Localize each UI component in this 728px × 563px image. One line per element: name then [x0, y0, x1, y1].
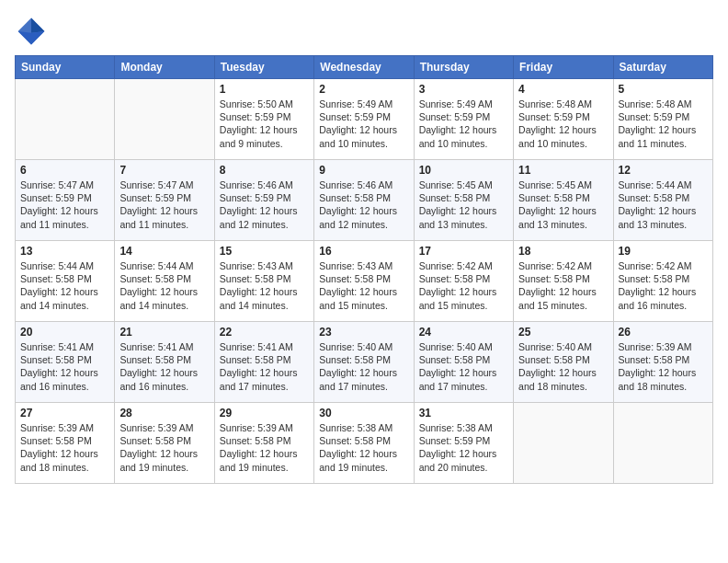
day-info: Sunrise: 5:38 AMSunset: 5:59 PMDaylight:… — [419, 421, 508, 474]
week-row-1: 1Sunrise: 5:50 AMSunset: 5:59 PMDaylight… — [16, 79, 713, 160]
day-number: 29 — [220, 407, 309, 419]
day-info: Sunrise: 5:40 AMSunset: 5:58 PMDaylight:… — [319, 340, 408, 393]
calendar-table: SundayMondayTuesdayWednesdayThursdayFrid… — [15, 55, 713, 484]
day-cell: 6Sunrise: 5:47 AMSunset: 5:59 PMDaylight… — [16, 160, 115, 241]
day-info: Sunrise: 5:47 AMSunset: 5:59 PMDaylight:… — [119, 178, 209, 231]
day-number: 24 — [419, 326, 508, 339]
day-info: Sunrise: 5:39 AMSunset: 5:58 PMDaylight:… — [619, 340, 708, 393]
day-cell: 1Sunrise: 5:50 AMSunset: 5:59 PMDaylight… — [214, 79, 313, 160]
day-number: 13 — [20, 245, 109, 258]
day-info: Sunrise: 5:42 AMSunset: 5:58 PMDaylight:… — [419, 259, 508, 312]
day-number: 2 — [319, 83, 408, 96]
day-number: 25 — [518, 326, 608, 339]
day-cell: 31Sunrise: 5:38 AMSunset: 5:59 PMDayligh… — [414, 403, 513, 484]
day-number: 16 — [319, 245, 408, 258]
day-cell: 19Sunrise: 5:42 AMSunset: 5:58 PMDayligh… — [613, 241, 712, 322]
day-info: Sunrise: 5:42 AMSunset: 5:58 PMDaylight:… — [619, 259, 708, 312]
day-number: 18 — [518, 245, 608, 258]
day-info: Sunrise: 5:45 AMSunset: 5:58 PMDaylight:… — [518, 178, 608, 231]
day-info: Sunrise: 5:44 AMSunset: 5:58 PMDaylight:… — [119, 259, 209, 312]
day-cell: 9Sunrise: 5:46 AMSunset: 5:58 PMDaylight… — [314, 160, 414, 241]
day-number: 15 — [220, 245, 309, 258]
day-number: 14 — [119, 245, 209, 258]
day-cell: 8Sunrise: 5:46 AMSunset: 5:59 PMDaylight… — [214, 160, 313, 241]
day-info: Sunrise: 5:46 AMSunset: 5:58 PMDaylight:… — [319, 178, 408, 231]
weekday-header-wednesday: Wednesday — [314, 56, 414, 79]
day-info: Sunrise: 5:38 AMSunset: 5:58 PMDaylight:… — [319, 421, 408, 474]
day-cell: 4Sunrise: 5:48 AMSunset: 5:59 PMDaylight… — [514, 79, 613, 160]
day-number: 23 — [319, 326, 408, 339]
day-number: 7 — [119, 164, 209, 177]
day-cell — [613, 403, 712, 484]
day-info: Sunrise: 5:50 AMSunset: 5:59 PMDaylight:… — [220, 98, 309, 150]
day-number: 8 — [220, 164, 309, 177]
day-info: Sunrise: 5:41 AMSunset: 5:58 PMDaylight:… — [220, 340, 309, 393]
day-number: 17 — [419, 245, 508, 258]
day-info: Sunrise: 5:42 AMSunset: 5:58 PMDaylight:… — [518, 259, 608, 312]
weekday-header-tuesday: Tuesday — [214, 56, 313, 79]
day-cell: 24Sunrise: 5:40 AMSunset: 5:58 PMDayligh… — [414, 322, 513, 403]
day-cell: 16Sunrise: 5:43 AMSunset: 5:58 PMDayligh… — [314, 241, 414, 322]
day-info: Sunrise: 5:39 AMSunset: 5:58 PMDaylight:… — [20, 421, 109, 474]
logo — [15, 15, 51, 48]
day-cell: 20Sunrise: 5:41 AMSunset: 5:58 PMDayligh… — [16, 322, 115, 403]
day-cell: 10Sunrise: 5:45 AMSunset: 5:58 PMDayligh… — [414, 160, 513, 241]
day-info: Sunrise: 5:44 AMSunset: 5:58 PMDaylight:… — [619, 178, 708, 231]
day-cell: 11Sunrise: 5:45 AMSunset: 5:58 PMDayligh… — [514, 160, 613, 241]
day-number: 11 — [518, 164, 608, 177]
day-cell: 3Sunrise: 5:49 AMSunset: 5:59 PMDaylight… — [414, 79, 513, 160]
day-cell: 27Sunrise: 5:39 AMSunset: 5:58 PMDayligh… — [16, 403, 115, 484]
day-info: Sunrise: 5:39 AMSunset: 5:58 PMDaylight:… — [119, 421, 209, 474]
weekday-header-thursday: Thursday — [414, 56, 513, 79]
day-number: 1 — [220, 83, 309, 96]
day-number: 12 — [619, 164, 708, 177]
weekday-header-row: SundayMondayTuesdayWednesdayThursdayFrid… — [16, 56, 713, 79]
day-info: Sunrise: 5:49 AMSunset: 5:59 PMDaylight:… — [419, 98, 508, 150]
day-number: 27 — [20, 407, 109, 419]
day-number: 20 — [20, 326, 109, 339]
day-cell: 7Sunrise: 5:47 AMSunset: 5:59 PMDaylight… — [115, 160, 214, 241]
day-info: Sunrise: 5:40 AMSunset: 5:58 PMDaylight:… — [518, 340, 608, 393]
day-cell: 29Sunrise: 5:39 AMSunset: 5:58 PMDayligh… — [214, 403, 313, 484]
day-info: Sunrise: 5:39 AMSunset: 5:58 PMDaylight:… — [220, 421, 309, 474]
week-row-5: 27Sunrise: 5:39 AMSunset: 5:58 PMDayligh… — [16, 403, 713, 484]
day-info: Sunrise: 5:41 AMSunset: 5:58 PMDaylight:… — [20, 340, 109, 393]
day-cell: 25Sunrise: 5:40 AMSunset: 5:58 PMDayligh… — [514, 322, 613, 403]
week-row-4: 20Sunrise: 5:41 AMSunset: 5:58 PMDayligh… — [16, 322, 713, 403]
day-info: Sunrise: 5:49 AMSunset: 5:59 PMDaylight:… — [319, 98, 408, 150]
day-cell — [514, 403, 613, 484]
day-cell: 26Sunrise: 5:39 AMSunset: 5:58 PMDayligh… — [613, 322, 712, 403]
day-cell: 23Sunrise: 5:40 AMSunset: 5:58 PMDayligh… — [314, 322, 414, 403]
day-cell: 17Sunrise: 5:42 AMSunset: 5:58 PMDayligh… — [414, 241, 513, 322]
day-cell: 22Sunrise: 5:41 AMSunset: 5:58 PMDayligh… — [214, 322, 313, 403]
day-info: Sunrise: 5:44 AMSunset: 5:58 PMDaylight:… — [20, 259, 109, 312]
day-number: 4 — [518, 83, 608, 96]
day-number: 3 — [419, 83, 508, 96]
day-cell: 30Sunrise: 5:38 AMSunset: 5:58 PMDayligh… — [314, 403, 414, 484]
day-info: Sunrise: 5:46 AMSunset: 5:59 PMDaylight:… — [220, 178, 309, 231]
day-info: Sunrise: 5:48 AMSunset: 5:59 PMDaylight:… — [619, 98, 708, 150]
weekday-header-friday: Friday — [514, 56, 613, 79]
day-number: 6 — [20, 164, 109, 177]
logo-icon — [15, 15, 48, 48]
day-info: Sunrise: 5:47 AMSunset: 5:59 PMDaylight:… — [20, 178, 109, 231]
day-cell: 2Sunrise: 5:49 AMSunset: 5:59 PMDaylight… — [314, 79, 414, 160]
day-number: 22 — [220, 326, 309, 339]
day-info: Sunrise: 5:40 AMSunset: 5:58 PMDaylight:… — [419, 340, 508, 393]
day-number: 9 — [319, 164, 408, 177]
day-number: 21 — [119, 326, 209, 339]
day-cell: 28Sunrise: 5:39 AMSunset: 5:58 PMDayligh… — [115, 403, 214, 484]
day-cell: 13Sunrise: 5:44 AMSunset: 5:58 PMDayligh… — [16, 241, 115, 322]
day-cell — [115, 79, 214, 160]
page-header — [15, 15, 713, 48]
day-info: Sunrise: 5:43 AMSunset: 5:58 PMDaylight:… — [319, 259, 408, 312]
svg-marker-2 — [18, 31, 45, 44]
day-cell: 5Sunrise: 5:48 AMSunset: 5:59 PMDaylight… — [613, 79, 712, 160]
weekday-header-monday: Monday — [115, 56, 214, 79]
day-number: 30 — [319, 407, 408, 419]
day-number: 31 — [419, 407, 508, 419]
day-number: 5 — [619, 83, 708, 96]
svg-marker-1 — [31, 18, 44, 33]
day-cell — [16, 79, 115, 160]
day-cell: 15Sunrise: 5:43 AMSunset: 5:58 PMDayligh… — [214, 241, 313, 322]
